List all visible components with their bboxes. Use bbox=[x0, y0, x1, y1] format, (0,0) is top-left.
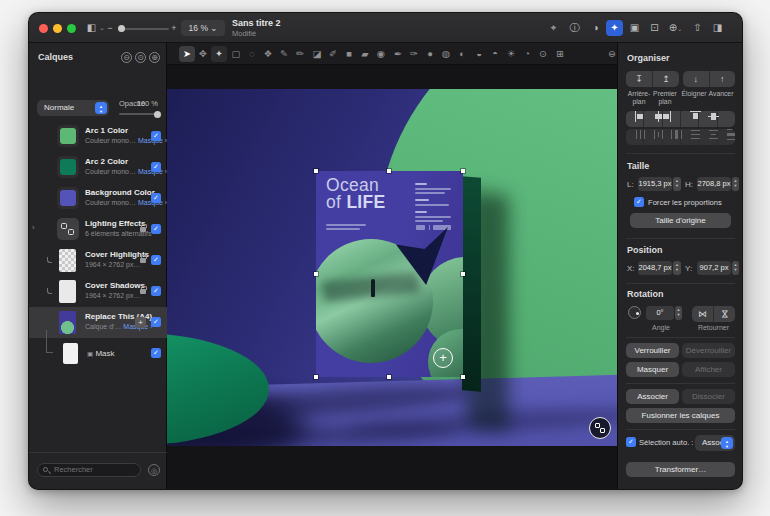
constrain-proportions-checkbox[interactable]: ✓ bbox=[634, 197, 644, 207]
tool-zoom[interactable]: ⊙ bbox=[535, 46, 551, 62]
vector-tools-icon[interactable]: ⌖ bbox=[545, 20, 562, 36]
layer-row-background[interactable]: Background Color Couleur mono… Masque › … bbox=[29, 183, 167, 214]
info-icon[interactable]: ⓘ bbox=[566, 20, 583, 36]
tool-select[interactable]: ✦ bbox=[211, 46, 227, 62]
search-filter-icon[interactable]: ◎ bbox=[148, 464, 160, 476]
angle-field[interactable]: 0° bbox=[646, 306, 674, 320]
distribute-v-2-button[interactable] bbox=[699, 129, 717, 145]
distribute-v-3-button[interactable] bbox=[718, 129, 735, 145]
layer-visibility-checkbox[interactable]: ✓ bbox=[151, 286, 161, 296]
x-field[interactable]: 2048,7 px bbox=[638, 261, 672, 275]
show-button[interactable]: Afficher bbox=[682, 362, 735, 377]
transform-button[interactable]: Transformer… bbox=[626, 462, 735, 477]
layer-visibility-checkbox[interactable]: ✓ bbox=[151, 193, 161, 203]
group-button[interactable]: Associer bbox=[626, 389, 679, 404]
align-top-button[interactable] bbox=[681, 111, 699, 127]
layer-visibility-checkbox[interactable]: ✓ bbox=[151, 224, 161, 234]
y-field[interactable]: 907,2 px bbox=[697, 261, 731, 275]
poster[interactable]: Ocean of LIFE bbox=[316, 171, 463, 377]
layer-visibility-checkbox[interactable]: ✓ bbox=[151, 162, 161, 172]
selection-handle-w[interactable] bbox=[314, 272, 318, 276]
tool-rect-select[interactable]: ▢ bbox=[228, 46, 244, 62]
share-icon[interactable]: ⇧ bbox=[689, 20, 706, 36]
selection-handle-nw[interactable] bbox=[314, 169, 318, 173]
align-right-button[interactable] bbox=[663, 111, 681, 127]
height-field[interactable]: 2708,8 px bbox=[697, 177, 731, 191]
tool-lighten[interactable]: ☀ bbox=[503, 46, 519, 62]
zoom-slider[interactable] bbox=[119, 28, 169, 30]
panel-toggle-icon[interactable]: ◨ bbox=[709, 20, 726, 36]
distribute-h-2-button[interactable] bbox=[644, 129, 662, 145]
crop-icon[interactable]: ⊡ bbox=[646, 20, 663, 36]
hide-button[interactable]: Masquer bbox=[626, 362, 679, 377]
selection-handle-se[interactable] bbox=[461, 375, 465, 379]
original-size-button[interactable]: Taille d'origine bbox=[630, 213, 731, 228]
rotation-dial[interactable] bbox=[628, 306, 641, 319]
layer-row-arc2[interactable]: Arc 2 Color Couleur mono… Masque › ✓ bbox=[29, 152, 167, 183]
document-artwork[interactable]: Ocean of LIFE bbox=[167, 89, 619, 446]
send-to-back-button[interactable]: ↧ bbox=[626, 71, 653, 87]
align-center-h-button[interactable] bbox=[644, 111, 662, 127]
selection-handle-s[interactable] bbox=[387, 375, 391, 379]
lock-button[interactable]: Verrouiller bbox=[626, 343, 679, 358]
tool-sharpen[interactable]: ◒ bbox=[471, 46, 487, 62]
align-middle-button[interactable] bbox=[699, 111, 717, 127]
layer-visibility-checkbox[interactable]: ✓ bbox=[151, 255, 161, 265]
unlock-button[interactable]: Déverrouiller bbox=[682, 343, 735, 358]
flip-vertical-button[interactable]: ⋈ bbox=[717, 306, 733, 322]
layer-settings-icon[interactable]: ⊙ bbox=[135, 52, 146, 63]
flip-horizontal-button[interactable]: ⋈ bbox=[692, 306, 714, 322]
tool-gradient[interactable]: ▰ bbox=[357, 46, 373, 62]
layer-visibility-checkbox[interactable]: ✓ bbox=[151, 348, 161, 358]
distribute-h-3-button[interactable] bbox=[663, 129, 681, 145]
replace-image-add-button[interactable]: + bbox=[433, 348, 453, 368]
width-stepper[interactable]: ▲▼ bbox=[673, 177, 681, 191]
maximize-button[interactable] bbox=[67, 24, 76, 33]
tool-clone[interactable]: ◍ bbox=[438, 46, 454, 62]
selection-handle-n[interactable] bbox=[387, 169, 391, 173]
layer-row-lighting-effects[interactable]: › Lighting Effects 6 éléments alternatif… bbox=[29, 214, 167, 245]
zoom-out-icon[interactable]: − bbox=[105, 20, 115, 36]
align-left-button[interactable] bbox=[626, 111, 644, 127]
merge-layers-button[interactable]: Fusionner les calques bbox=[626, 408, 735, 423]
layer-visibility-checkbox[interactable]: ✓ bbox=[151, 317, 161, 327]
blend-mode-select[interactable]: Normale ▲▼ bbox=[37, 100, 109, 116]
tool-paint[interactable]: ✎ bbox=[276, 46, 292, 62]
minimize-button[interactable] bbox=[53, 24, 62, 33]
close-button[interactable] bbox=[39, 24, 48, 33]
tool-crop[interactable]: ⊞ bbox=[552, 46, 568, 62]
effects-icon[interactable]: ✦ bbox=[606, 20, 623, 36]
distribute-h-1-button[interactable] bbox=[626, 129, 644, 145]
tool-shape[interactable]: ■ bbox=[341, 46, 357, 62]
more-tools-icon[interactable]: ⊕⌄ bbox=[667, 20, 684, 36]
auto-select-checkbox[interactable]: ✓ bbox=[626, 437, 636, 447]
zoom-slider-knob[interactable] bbox=[118, 25, 125, 32]
tool-fill[interactable]: ◉ bbox=[373, 46, 389, 62]
tool-pixel-paint[interactable]: ✏ bbox=[292, 46, 308, 62]
bring-to-front-button[interactable]: ↥ bbox=[653, 71, 679, 87]
tool-move[interactable]: ✥ bbox=[195, 46, 211, 62]
layer-visibility-checkbox[interactable]: ✓ bbox=[151, 131, 161, 141]
distribute-v-1-button[interactable] bbox=[681, 129, 699, 145]
opacity-slider[interactable] bbox=[119, 113, 159, 115]
tool-smudge[interactable]: ◔ bbox=[519, 46, 535, 62]
angle-stepper[interactable]: ▲▼ bbox=[675, 306, 682, 320]
tool-arrange[interactable]: ➤ bbox=[179, 46, 195, 62]
collapse-layers-icon[interactable]: ⊖ bbox=[121, 52, 132, 63]
auto-select-dropdown[interactable]: Associer ▲▼ bbox=[695, 435, 735, 451]
tool-desaturate[interactable]: ◓ bbox=[487, 46, 503, 62]
color-adjust-icon[interactable]: ◑ bbox=[587, 20, 604, 36]
tool-blur[interactable]: ◐ bbox=[454, 46, 470, 62]
tool-quick-select[interactable]: ❖ bbox=[260, 46, 276, 62]
search-input[interactable]: Rechercher bbox=[37, 463, 141, 477]
selection-handle-sw[interactable] bbox=[314, 375, 318, 379]
layer-row-cover-shadows[interactable]: Cover Shadows 1964 × 2762 px… ✓ bbox=[29, 276, 167, 307]
height-stepper[interactable]: ▲▼ bbox=[732, 177, 739, 191]
zoom-in-icon[interactable]: + bbox=[169, 20, 179, 36]
selection-handle-e[interactable] bbox=[461, 272, 465, 276]
x-stepper[interactable]: ▲▼ bbox=[673, 261, 681, 275]
width-field[interactable]: 1915,3 px bbox=[638, 177, 672, 191]
send-backward-button[interactable]: ↓ bbox=[683, 71, 710, 87]
y-stepper[interactable]: ▲▼ bbox=[732, 261, 739, 275]
tool-pen[interactable]: ✒ bbox=[390, 46, 406, 62]
